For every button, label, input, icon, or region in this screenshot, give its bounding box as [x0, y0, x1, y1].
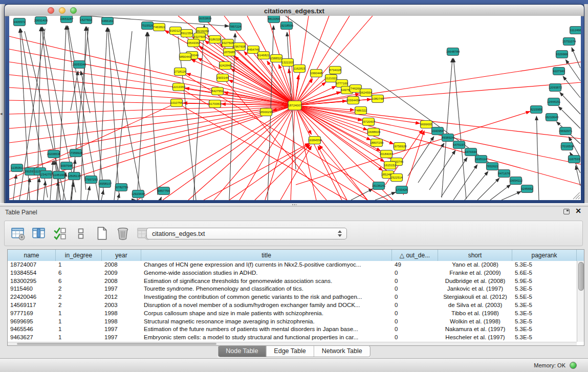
graph-node[interactable]: 16782759 [115, 184, 128, 191]
graph-node-selected[interactable]: 8734028 [329, 67, 341, 74]
graph-node[interactable]: 9097548 [60, 162, 73, 170]
graph-node-selected[interactable]: 18724007 [288, 101, 302, 110]
selected-edge[interactable] [214, 105, 295, 200]
graph-node[interactable]: 20691406 [34, 17, 48, 25]
graph-node[interactable]: 12342757 [39, 171, 53, 179]
panel-splitter[interactable] [0, 203, 588, 207]
graph-node[interactable]: 1527602 [80, 16, 92, 24]
graph-node-selected[interactable]: 1322203 [281, 59, 294, 67]
table-row[interactable]: 977716911998Corpus callosum shape and si… [8, 310, 577, 318]
graph-node[interactable]: 10653287 [60, 16, 74, 23]
graph-node-selected[interactable]: 9327508 [222, 39, 234, 47]
graph-node[interactable]: 17359928 [69, 149, 83, 157]
column-header-short[interactable]: short [438, 250, 512, 261]
edge[interactable] [558, 106, 580, 128]
graph-node[interactable]: 12444151 [547, 98, 561, 106]
graph-node[interactable]: 20206536 [47, 150, 61, 158]
graph-node[interactable]: 8813054 [268, 16, 280, 23]
graph-node[interactable]: 6466161 [101, 17, 114, 25]
show-columns-icon[interactable] [32, 226, 46, 240]
graph-node-selected[interactable]: 7463822 [153, 24, 165, 31]
edge[interactable] [375, 192, 396, 200]
column-header-out-de-[interactable]: △ out_de... [392, 250, 438, 261]
graph-node-selected[interactable]: 1875685 [223, 49, 235, 56]
edge[interactable] [101, 190, 103, 200]
graph-node-selected[interactable]: 3624554 [360, 89, 372, 97]
graph-node[interactable]: 20053346 [73, 61, 86, 69]
graph-node[interactable]: 12923448 [132, 190, 145, 198]
graph-node[interactable]: 9329966 [556, 51, 568, 58]
table-row[interactable]: 1938455462009Genome-wide association stu… [8, 269, 577, 277]
graph-node[interactable]: 15692971 [559, 127, 573, 135]
network-window-titlebar[interactable]: citations_edges.txt [5, 5, 584, 16]
graph-node[interactable]: 9405572 [13, 18, 26, 26]
graph-node-selected[interactable]: 19756928 [393, 143, 407, 150]
graph-node[interactable]: 1112498 [570, 27, 581, 34]
graph-node[interactable]: 16053809 [198, 16, 212, 23]
graph-node-selected[interactable]: 18807299 [370, 139, 384, 147]
graph-node[interactable]: 1135061 [11, 164, 24, 172]
table-settings-icon[interactable] [11, 226, 25, 240]
graph-node[interactable]: 1733426 [396, 186, 408, 194]
graph-node-selected[interactable]: 10688609 [367, 128, 381, 136]
selected-edge[interactable] [9, 105, 295, 171]
selected-edge[interactable] [188, 105, 295, 200]
graph-node-selected[interactable]: 2903144 [216, 74, 229, 82]
column-header-name[interactable]: name [8, 250, 56, 261]
graph-node-selected[interactable]: 9890443 [179, 53, 191, 61]
graph-node[interactable]: 7857224 [229, 23, 242, 31]
select-all-rows-icon[interactable] [53, 226, 67, 240]
graph-node[interactable]: 12093872 [549, 84, 562, 92]
graph-node-selected[interactable]: 7486322 [355, 107, 367, 115]
edge[interactable] [536, 116, 539, 200]
table-row[interactable]: 969969511998Structural magnetic resonanc… [8, 318, 577, 326]
edge[interactable] [160, 197, 161, 200]
delete-table-icon[interactable] [116, 226, 130, 240]
selected-edge[interactable] [265, 105, 295, 200]
graph-node[interactable]: 16210643 [545, 114, 559, 121]
graph-node[interactable]: 17016504 [560, 143, 574, 150]
selected-edge[interactable] [204, 143, 309, 200]
graph-node[interactable]: 9857754 [158, 187, 170, 195]
graph-node-selected[interactable]: 9699695 [420, 121, 432, 128]
table-row[interactable]: 1872400712008Changes of HCN gene express… [8, 261, 577, 269]
graph-node-selected[interactable]: 20184067 [380, 150, 394, 158]
graph-node-selected[interactable]: 9170063 [209, 100, 221, 108]
table-row[interactable]: 911546021997Tourette syndrome. Phenomeno… [8, 285, 577, 293]
edge[interactable] [229, 33, 235, 200]
graph-node[interactable]: 7832621 [486, 163, 498, 170]
panel-collapse-arrow[interactable]: ◂ [0, 112, 3, 116]
graph-node[interactable]: 7515526 [141, 22, 154, 30]
selected-edge[interactable] [9, 105, 295, 114]
graph-node[interactable]: 1640954 [431, 127, 444, 135]
selected-edge[interactable] [280, 146, 312, 200]
graph-node-selected[interactable]: 2718126 [174, 68, 186, 76]
edge[interactable] [13, 174, 16, 200]
selected-edge[interactable] [186, 74, 295, 105]
horizontal-scrollbar-thumb[interactable] [17, 343, 216, 345]
edge[interactable] [453, 165, 477, 200]
edge[interactable] [477, 178, 499, 200]
new-table-icon[interactable] [95, 226, 109, 240]
vertical-scrollbar-thumb[interactable] [578, 262, 584, 291]
graph-node[interactable]: 12505135 [68, 172, 81, 180]
horizontal-scrollbar[interactable] [8, 342, 577, 345]
table-row[interactable]: 1830029562008Estimation of significance … [8, 277, 577, 286]
graph-node[interactable]: 9474444 [465, 148, 477, 156]
edge[interactable] [50, 161, 53, 200]
graph-node-selected[interactable]: 2522514 [390, 174, 403, 182]
graph-node-selected[interactable]: 16543362 [187, 39, 201, 47]
graph-node-selected[interactable]: 8912354 [181, 30, 193, 37]
memory-status-indicator[interactable] [570, 362, 577, 369]
close-panel-icon[interactable]: ✕ [575, 207, 581, 215]
graph-node[interactable]: 17957253 [84, 176, 98, 184]
edge[interactable] [572, 48, 580, 68]
graph-node[interactable]: 10654112 [509, 177, 523, 185]
edge[interactable] [563, 76, 580, 98]
edge[interactable] [109, 29, 142, 200]
graph-node[interactable]: 1145193 [53, 171, 66, 179]
row-options-icon[interactable] [74, 226, 88, 240]
edge[interactable] [502, 191, 521, 200]
column-header-pagerank[interactable]: pagerank [512, 250, 577, 261]
graph-node-selected[interactable]: 12213363 [172, 83, 186, 91]
